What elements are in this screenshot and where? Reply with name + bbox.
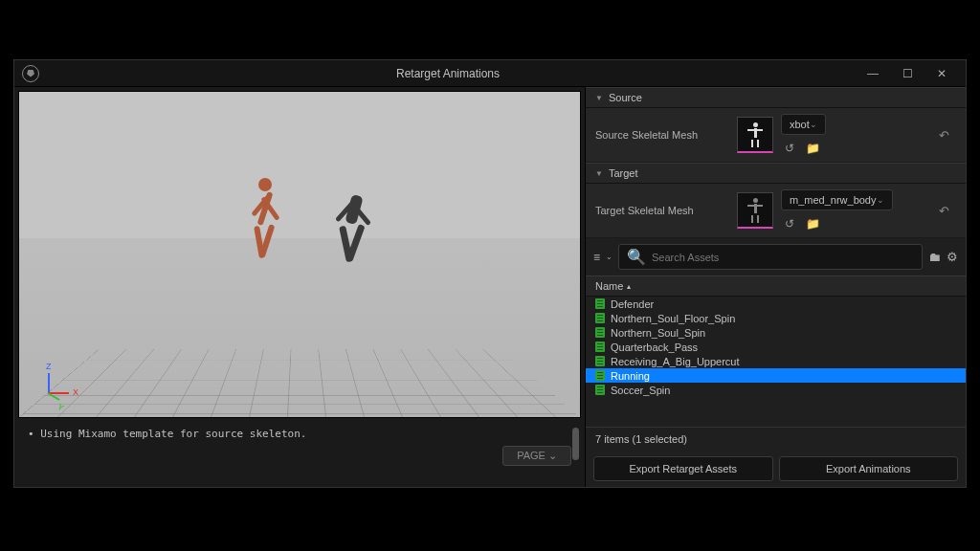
- export-animations-button[interactable]: Export Animations: [779, 456, 959, 481]
- asset-item-label: Defender: [611, 298, 654, 310]
- asset-item-label: Receiving_A_Big_Uppercut: [611, 356, 740, 367]
- unreal-engine-logo-icon: [22, 65, 39, 82]
- body-area: Using Mixamo template for source skeleto…: [14, 87, 966, 487]
- target-section-header[interactable]: ▼ Target: [586, 163, 966, 184]
- source-section-label: Source: [609, 92, 642, 103]
- asset-item-label: Northern_Soul_Floor_Spin: [611, 313, 735, 324]
- asset-list[interactable]: DefenderNorthern_Soul_Floor_SpinNorthern…: [586, 297, 966, 427]
- animation-asset-icon: [595, 313, 605, 323]
- preview-viewport[interactable]: [18, 91, 581, 418]
- name-column-label: Name: [595, 280, 623, 292]
- scrollbar-thumb[interactable]: [572, 428, 579, 460]
- target-mesh-dropdown[interactable]: m_med_nrw_body ⌄: [781, 189, 893, 210]
- name-column-header[interactable]: Name ▴: [586, 276, 966, 297]
- export-button-row: Export Retarget Assets Export Animations: [586, 451, 966, 487]
- collapse-arrow-icon: ▼: [595, 169, 603, 178]
- log-line: Using Mixamo template for source skeleto…: [28, 428, 571, 440]
- asset-item[interactable]: Quarterback_Pass: [586, 340, 966, 354]
- asset-item[interactable]: Receiving_A_Big_Uppercut: [586, 354, 966, 368]
- reset-arrow-icon[interactable]: ↶: [939, 204, 956, 218]
- asset-item[interactable]: Defender: [586, 297, 966, 311]
- use-selected-icon[interactable]: ↺: [781, 141, 798, 156]
- sort-ascending-icon: ▴: [627, 282, 631, 291]
- animation-asset-icon: [595, 385, 605, 395]
- figure-icon: [747, 122, 763, 147]
- target-mesh-thumbnail[interactable]: [737, 192, 773, 229]
- axis-gizmo: [36, 365, 71, 400]
- page-button-label: PAGE: [517, 450, 546, 461]
- asset-item[interactable]: Soccer_Spin: [586, 383, 966, 397]
- viewport-grid: [19, 349, 580, 417]
- close-button[interactable]: ✕: [925, 63, 958, 84]
- source-mesh-thumbnail[interactable]: [737, 117, 773, 153]
- source-mesh-value: xbot: [790, 119, 810, 130]
- output-log: Using Mixamo template for source skeleto…: [18, 422, 581, 483]
- browse-icon[interactable]: 📁: [804, 216, 821, 231]
- maximize-button[interactable]: ☐: [891, 63, 924, 84]
- chevron-down-icon: ⌄: [877, 195, 884, 205]
- target-skeletal-mesh-row: Target Skeletal Mesh m_med_nrw_body ⌄ ↺ …: [586, 184, 966, 238]
- browse-icon[interactable]: 📁: [804, 141, 821, 156]
- source-character-preview: [239, 178, 297, 312]
- animation-asset-icon: [595, 356, 605, 366]
- animation-asset-icon: [595, 342, 605, 352]
- right-pane: ▼ Source Source Skeletal Mesh xbot ⌄ ↺: [585, 87, 966, 487]
- source-section-header[interactable]: ▼ Source: [586, 87, 966, 108]
- chevron-down-icon: ⌄: [810, 120, 817, 129]
- asset-item[interactable]: Running: [586, 368, 966, 383]
- asset-item-label: Quarterback_Pass: [611, 342, 698, 353]
- collapse-arrow-icon: ▼: [595, 94, 603, 102]
- asset-item[interactable]: Northern_Soul_Floor_Spin: [586, 311, 966, 325]
- export-retarget-assets-button[interactable]: Export Retarget Assets: [593, 456, 773, 481]
- figure-icon: [747, 198, 763, 223]
- asset-item-label: Northern_Soul_Spin: [611, 327, 705, 339]
- minimize-button[interactable]: —: [857, 63, 889, 84]
- asset-item-label: Running: [611, 370, 650, 382]
- animation-asset-icon: [595, 370, 605, 381]
- page-button[interactable]: PAGE ⌄: [502, 446, 571, 466]
- window-title: Retarget Animations: [39, 67, 857, 80]
- target-mesh-label: Target Skeletal Mesh: [595, 205, 729, 216]
- window-controls: — ☐ ✕: [857, 63, 958, 84]
- asset-item-label: Soccer_Spin: [611, 385, 670, 396]
- settings-gear-icon[interactable]: ⚙: [947, 250, 958, 264]
- reset-arrow-icon[interactable]: ↶: [939, 128, 956, 143]
- use-selected-icon[interactable]: ↺: [781, 216, 798, 231]
- asset-item[interactable]: Northern_Soul_Spin: [586, 325, 966, 340]
- target-character-preview: [325, 186, 383, 310]
- target-section-label: Target: [609, 167, 638, 179]
- source-skeletal-mesh-row: Source Skeletal Mesh xbot ⌄ ↺ 📁: [586, 108, 966, 163]
- source-mesh-dropdown[interactable]: xbot ⌄: [781, 114, 826, 135]
- animation-asset-icon: [595, 327, 605, 338]
- chevron-down-icon[interactable]: ⌄: [606, 253, 612, 261]
- chevron-down-icon: ⌄: [548, 450, 557, 461]
- asset-browser-toolbar: ≡ ⌄ 🔍 🖿 ⚙: [586, 238, 966, 276]
- search-box[interactable]: 🔍: [618, 244, 923, 270]
- search-input[interactable]: [652, 252, 914, 263]
- save-icon[interactable]: 🖿: [928, 250, 941, 264]
- retarget-animations-window: Retarget Animations — ☐ ✕: [13, 59, 967, 488]
- search-icon: 🔍: [627, 248, 646, 266]
- source-mesh-label: Source Skeletal Mesh: [595, 129, 729, 141]
- titlebar: Retarget Animations — ☐ ✕: [14, 60, 966, 87]
- axis-z-icon: [48, 373, 50, 394]
- left-pane: Using Mixamo template for source skeleto…: [14, 87, 585, 487]
- status-text: 7 items (1 selected): [586, 427, 966, 451]
- target-mesh-value: m_med_nrw_body: [790, 194, 877, 206]
- filter-icon[interactable]: ≡: [593, 251, 600, 264]
- animation-asset-icon: [595, 298, 605, 309]
